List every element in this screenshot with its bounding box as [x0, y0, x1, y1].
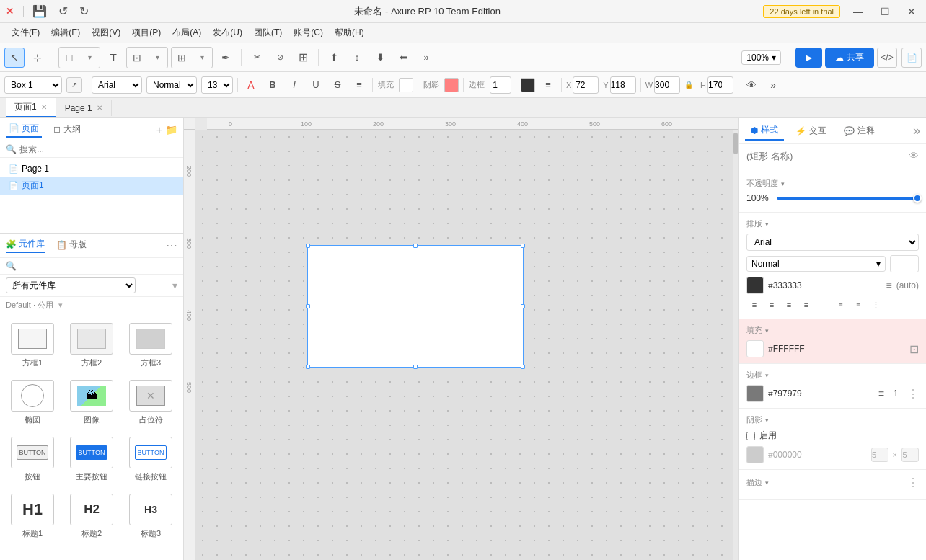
italic-button[interactable]: I: [286, 76, 303, 94]
element-name-input[interactable]: [746, 151, 906, 161]
more-tools-button[interactable]: »: [416, 48, 436, 68]
menu-help[interactable]: 帮助(H): [329, 24, 370, 42]
shadow-button[interactable]: 阴影: [423, 76, 440, 94]
v-scrollbar-thumb[interactable]: [733, 133, 738, 154]
shadow-x-input[interactable]: [871, 448, 888, 462]
align-left-text[interactable]: ≡: [746, 297, 762, 313]
comp-item-rect1[interactable]: 方框1: [6, 320, 59, 371]
comp-item-button1[interactable]: BUTTON 按钮: [6, 434, 59, 485]
align-middle-text[interactable]: ≡: [833, 297, 849, 313]
code-button[interactable]: </>: [877, 48, 897, 68]
align-center-text[interactable]: ≡: [764, 297, 780, 313]
lock-aspect-button[interactable]: 🔒: [684, 79, 696, 91]
handle-bottom-left[interactable]: [306, 365, 310, 369]
add-page-button[interactable]: +: [156, 124, 162, 135]
menu-layout[interactable]: 布局(A): [167, 24, 207, 42]
handle-top-left[interactable]: [306, 244, 310, 248]
align-right-text[interactable]: ≡: [781, 297, 797, 313]
style-tab[interactable]: ⬢ 样式: [745, 121, 784, 141]
more-format-button[interactable]: »: [764, 76, 782, 94]
grid-button[interactable]: ⊞: [172, 48, 192, 68]
comp-lib-select[interactable]: 所有元件库: [6, 277, 136, 293]
align-bottom-text[interactable]: ≡: [850, 297, 866, 313]
page-tab-1[interactable]: 页面1 ✕: [6, 98, 56, 117]
canvas-content[interactable]: [195, 130, 738, 560]
comp-item-rect3[interactable]: 方框3: [124, 320, 177, 371]
text-tool-button[interactable]: T: [103, 48, 123, 68]
align-top-button[interactable]: ⬆: [324, 48, 344, 68]
visibility-button[interactable]: 👁: [743, 76, 760, 94]
font-color-button[interactable]: A: [242, 76, 260, 94]
font-style-select-right[interactable]: Normal ▾: [746, 256, 886, 272]
menu-edit[interactable]: 编辑(E): [45, 24, 86, 42]
align-top-text[interactable]: —: [816, 297, 832, 313]
text-color-swatch[interactable]: [746, 277, 764, 294]
comp-item-image[interactable]: 🏔 图像: [65, 377, 118, 428]
border-width-input[interactable]: [490, 76, 511, 94]
interact-tab[interactable]: ⚡ 交互: [790, 122, 832, 140]
align-middle-button[interactable]: ↕: [347, 48, 367, 68]
pages-tab[interactable]: 📄 页面: [6, 121, 42, 138]
page-item-page2[interactable]: 📄 页面1: [0, 177, 183, 195]
select-tool-button[interactable]: ↖: [4, 48, 25, 68]
comp-lib-tab-master[interactable]: 📋 母版: [56, 239, 87, 252]
comp-search-input[interactable]: [19, 261, 177, 271]
page-tab-2[interactable]: Page 1 ✕: [56, 100, 112, 116]
redo-button[interactable]: ↻: [76, 3, 92, 19]
list-button[interactable]: ≡: [350, 76, 368, 94]
fill-color-box[interactable]: [399, 78, 413, 92]
visibility-toggle[interactable]: 👁: [909, 150, 919, 161]
v-scrollbar[interactable]: [733, 130, 738, 560]
shadow-color-box[interactable]: [444, 78, 459, 92]
comp-item-h2[interactable]: H2 标题2: [65, 491, 118, 542]
crop-tool-button[interactable]: ✂: [247, 48, 267, 68]
page-tab-1-close[interactable]: ✕: [41, 103, 47, 111]
comp-item-h3[interactable]: H3 标题3: [124, 491, 177, 542]
comp-lib-tab-components[interactable]: 🧩 元件库: [6, 238, 45, 253]
border-more-button[interactable]: ⋮: [907, 387, 919, 401]
y-input[interactable]: [610, 76, 636, 94]
page-search-input[interactable]: [19, 144, 177, 154]
comp-item-h1[interactable]: H1 标题1: [6, 491, 59, 542]
x-input[interactable]: [573, 76, 599, 94]
handle-middle-left[interactable]: [306, 304, 310, 308]
height-input[interactable]: [707, 76, 733, 94]
handle-bottom-center[interactable]: [413, 365, 418, 369]
note-tab[interactable]: 💬 注释: [838, 122, 881, 140]
opacity-slider-thumb[interactable]: [913, 194, 922, 203]
shadow-swatch[interactable]: [746, 446, 764, 463]
border-color-box[interactable]: [521, 78, 535, 92]
handle-top-center[interactable]: [413, 244, 418, 248]
pen-tool-button[interactable]: ✒: [216, 48, 236, 68]
save-button[interactable]: 💾: [30, 3, 50, 19]
shadow-enable-checkbox[interactable]: [746, 432, 755, 440]
rectangle-tool-button[interactable]: □: [59, 48, 79, 68]
width-input[interactable]: [654, 76, 680, 94]
handle-middle-right[interactable]: [521, 304, 525, 308]
strikethrough-button[interactable]: S: [329, 76, 346, 94]
component-button[interactable]: ⊡: [127, 48, 147, 68]
underline-button[interactable]: U: [307, 76, 325, 94]
comp-lib-more-button[interactable]: ⋯: [166, 239, 177, 252]
menu-file[interactable]: 文件(F): [6, 24, 45, 42]
handle-top-right[interactable]: [521, 244, 525, 248]
grid-dropdown-button[interactable]: ▾: [192, 48, 212, 68]
comp-item-circle[interactable]: 椭圆: [6, 377, 59, 428]
undo-button[interactable]: ↺: [56, 3, 71, 19]
menu-view[interactable]: 视图(V): [86, 24, 126, 42]
fill-label-button[interactable]: 填充: [377, 76, 394, 94]
bold-button[interactable]: B: [264, 76, 281, 94]
menu-project[interactable]: 项目(P): [126, 24, 167, 42]
minimize-button[interactable]: —: [849, 4, 868, 19]
comp-item-button2[interactable]: BUTTON 主要按钮: [65, 434, 118, 485]
add-folder-button[interactable]: 📁: [165, 124, 177, 135]
opacity-slider-track[interactable]: [777, 197, 919, 200]
shape-dropdown-button[interactable]: ▾: [79, 48, 100, 68]
comp-item-button3[interactable]: BUTTON 链接按钮: [124, 434, 177, 485]
comp-item-placeholder[interactable]: 占位符: [124, 377, 177, 428]
comp-item-rect2[interactable]: 方框2: [65, 320, 118, 371]
menu-publish[interactable]: 发布(U): [207, 24, 248, 42]
selected-element[interactable]: [307, 245, 524, 368]
format-button[interactable]: ⊘: [270, 48, 290, 68]
font-family-select-right[interactable]: Arial: [746, 234, 919, 251]
